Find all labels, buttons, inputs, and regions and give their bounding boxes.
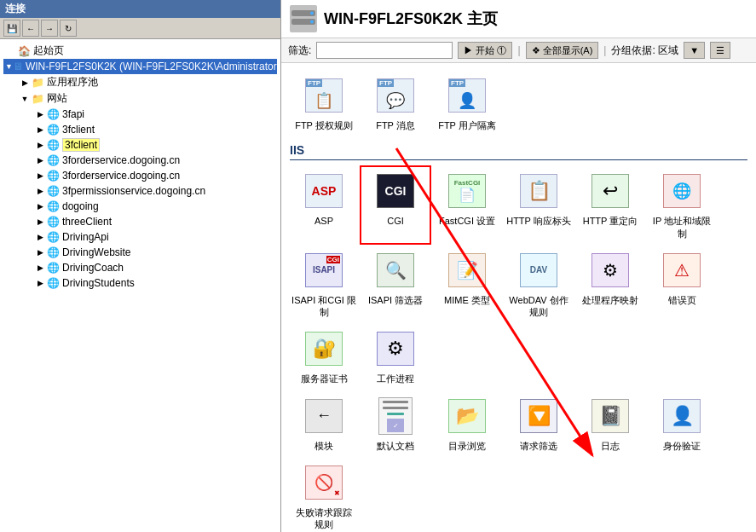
tree-item-dogoing[interactable]: ▶ 🌐 dogoing: [34, 199, 277, 214]
toggle-3fservice[interactable]: ▶: [34, 154, 46, 166]
cgi-label: CGI: [387, 215, 404, 227]
ftp-badge: FTP: [306, 79, 322, 87]
toggle-sites[interactable]: ▼: [19, 93, 31, 105]
label-dogoing: dogoing: [62, 200, 99, 212]
ftp-auth-icon: FTP📋: [303, 75, 344, 116]
label-3fclient2: 3fclient: [62, 138, 100, 152]
globe-icon-drivingstudents: 🌐: [46, 276, 60, 290]
sites-label: 网站: [47, 91, 67, 106]
left-panel: 连接 💾 ← → ↻ 🏠 起始页 ▼ 🖥 WIN-F9FL2FS0K2K (WI…: [0, 0, 281, 532]
toggle-3fclient2[interactable]: ▶: [34, 139, 46, 151]
grid-item-req-filter[interactable]: 🔽 请求筛选: [505, 392, 573, 455]
show-all-button[interactable]: ❖ 全部显示(A): [526, 42, 599, 59]
grid-item-auth[interactable]: 👤 身份验证: [648, 392, 716, 455]
toggle-server[interactable]: ▼: [5, 61, 13, 72]
toggle-drivingstudents[interactable]: ▶: [34, 277, 46, 289]
tree-item-3fperm[interactable]: ▶ 🌐 3fpermissionservice.dogoing.cn: [34, 183, 277, 199]
grid-item-cgi[interactable]: CGI CGI: [361, 167, 430, 243]
isapi-cgi-label: ISAPI 和CGI 限制: [291, 294, 356, 319]
globe-icon-threeclient: 🌐: [46, 215, 60, 228]
toggle-drivingcoach[interactable]: ▶: [34, 262, 46, 274]
auth-icon: 👤: [661, 396, 702, 437]
save-button[interactable]: 💾: [3, 20, 20, 37]
mime-icon: 📝: [447, 250, 488, 291]
start-button[interactable]: ▶ 开始 ①: [458, 42, 512, 59]
grid-item-mime[interactable]: 📝 MIME 类型: [433, 246, 501, 322]
grid-item-cert[interactable]: 🔐 服务器证书: [290, 325, 358, 388]
tree-item-startpage[interactable]: 🏠 起始页: [3, 43, 277, 59]
toggle-threeclient[interactable]: ▶: [34, 216, 46, 228]
toggle-3fclient[interactable]: ▶: [34, 124, 46, 136]
toggle-3forder[interactable]: ▶: [34, 170, 46, 182]
grid-item-worker[interactable]: ⚙ 工作进程: [361, 325, 430, 388]
tree-item-drivingwebsite[interactable]: ▶ 🌐 DrivingWebsite: [34, 245, 277, 260]
grid-item-ftp-auth[interactable]: FTP📋 FTP 授权规则: [290, 72, 358, 135]
grid-item-modules[interactable]: ← 模块: [290, 392, 358, 455]
grid-item-ftp-iso[interactable]: FTP👤 FTP 用户隔离: [433, 72, 501, 135]
grid-item-fastcgi[interactable]: FastCGI 📄 FastCGI 设置: [433, 167, 501, 243]
tree-item-drivingcoach[interactable]: ▶ 🌐 DrivingCoach: [34, 260, 277, 275]
toggle-apppool[interactable]: ▶: [19, 77, 31, 89]
grid-item-http-resp[interactable]: 📋 HTTP 响应标头: [505, 167, 573, 243]
grid-item-handler[interactable]: ⚙ 处理程序映射: [576, 246, 644, 322]
forward-button[interactable]: →: [41, 20, 58, 37]
tree-item-3fclient2[interactable]: ▶ 🌐 3fclient: [34, 137, 277, 153]
fastcgi-icon: FastCGI 📄: [447, 171, 488, 211]
webdav-label: WebDAV 创作规则: [506, 294, 571, 319]
globe-icon-3fservice: 🌐: [46, 153, 60, 167]
label-threeclient: threeClient: [62, 216, 112, 228]
tree-item-sites[interactable]: ▼ 📁 网站: [19, 90, 277, 107]
toggle-dogoing[interactable]: ▶: [34, 200, 46, 212]
isapi-filter-label: ISAPI 筛选器: [368, 294, 423, 306]
grid-item-asp[interactable]: ASP ASP: [290, 167, 358, 243]
tree-item-drivingapi[interactable]: ▶ 🌐 DrivingApi: [34, 229, 277, 245]
grid-item-webdav[interactable]: DAV WebDAV 创作规则: [505, 246, 573, 322]
toggle-3fapi[interactable]: ▶: [34, 108, 46, 120]
error-icon: ⚠: [661, 250, 702, 291]
filter-row: 筛选: ▶ 开始 ① | ❖ 全部显示(A) | 分组依据: 区域 ▼ ☰: [281, 38, 756, 63]
ftp-msg-icon: FTP💬: [375, 75, 416, 116]
group-by-label: 分组依据: 区域: [611, 43, 678, 58]
grid-item-http-redir[interactable]: ↩ HTTP 重定向: [576, 167, 644, 243]
grid-item-isapi-cgi[interactable]: ISAPI CGI ISAPI 和CGI 限制: [290, 246, 358, 322]
tree-item-3fclient[interactable]: ▶ 🌐 3fclient: [34, 122, 277, 137]
http-resp-label: HTTP 响应标头: [506, 215, 571, 227]
globe-icon-3fapi: 🌐: [46, 107, 60, 121]
view-button[interactable]: ☰: [710, 42, 730, 59]
iis-section: ASP ASP CGI CGI FastCGI 📄: [290, 167, 747, 388]
server-icon: 🖥: [13, 60, 23, 73]
grid-item-ftp-msg[interactable]: FTP💬 FTP 消息: [361, 72, 430, 135]
tree-item-3forder[interactable]: ▶ 🌐 3forderservice.dogoing.cn: [34, 168, 277, 183]
tree-item-3fapi[interactable]: ▶ 🌐 3fapi: [34, 107, 277, 122]
toggle-drivingapi[interactable]: ▶: [34, 231, 46, 243]
handler-label: 处理程序映射: [582, 294, 638, 306]
http-redir-icon: ↩: [590, 171, 631, 211]
default-doc-label: 默认文档: [377, 440, 414, 452]
toggle-3fperm[interactable]: ▶: [34, 185, 46, 197]
toggle-drivingwebsite[interactable]: ▶: [34, 246, 46, 258]
logging-label: 日志: [601, 440, 620, 452]
tree-item-threeclient[interactable]: ▶ 🌐 threeClient: [34, 214, 277, 229]
tree-item-server[interactable]: ▼ 🖥 WIN-F9FL2FS0K2K (WIN-F9FL2FS0K2K\Adm…: [3, 59, 277, 74]
grid-item-logging[interactable]: 📓 日志: [576, 392, 644, 455]
ftp-badge3: FTP: [449, 79, 465, 87]
tree-item-drivingstudents[interactable]: ▶ 🌐 DrivingStudents: [34, 275, 277, 291]
tree-item-3fservice[interactable]: ▶ 🌐 3forderservice.dogoing.cn: [34, 153, 277, 168]
startpage-label: 起始页: [33, 43, 64, 58]
back-button[interactable]: ←: [22, 20, 39, 37]
tree-item-apppool[interactable]: ▶ 📁 应用程序池: [19, 74, 277, 90]
right-header: WIN-F9FL2FS0K2K 主页: [281, 0, 756, 38]
refresh-button[interactable]: ↻: [60, 20, 77, 37]
grid-item-dir-browse[interactable]: 📂 目录浏览: [433, 392, 501, 455]
modules-label: 模块: [315, 440, 333, 452]
grid-item-ip-domain[interactable]: 🌐 IP 地址和域限制: [648, 167, 716, 243]
grid-item-default-doc[interactable]: ✓ 默认文档: [361, 392, 430, 455]
failed-req-label: 失败请求跟踪规则: [291, 506, 356, 531]
grid-item-error[interactable]: ⚠ 错误页: [648, 246, 716, 322]
grid-item-isapi-filter[interactable]: 🔍 ISAPI 筛选器: [361, 246, 430, 322]
filter-input[interactable]: [316, 42, 453, 59]
group-by-button[interactable]: ▼: [684, 42, 705, 59]
tree-container: 🏠 起始页 ▼ 🖥 WIN-F9FL2FS0K2K (WIN-F9FL2FS0K…: [0, 39, 280, 532]
grid-item-failed-req[interactable]: 🚫 ✖ 失败请求跟踪规则: [290, 459, 358, 532]
globe-icon-drivingcoach: 🌐: [46, 261, 60, 275]
